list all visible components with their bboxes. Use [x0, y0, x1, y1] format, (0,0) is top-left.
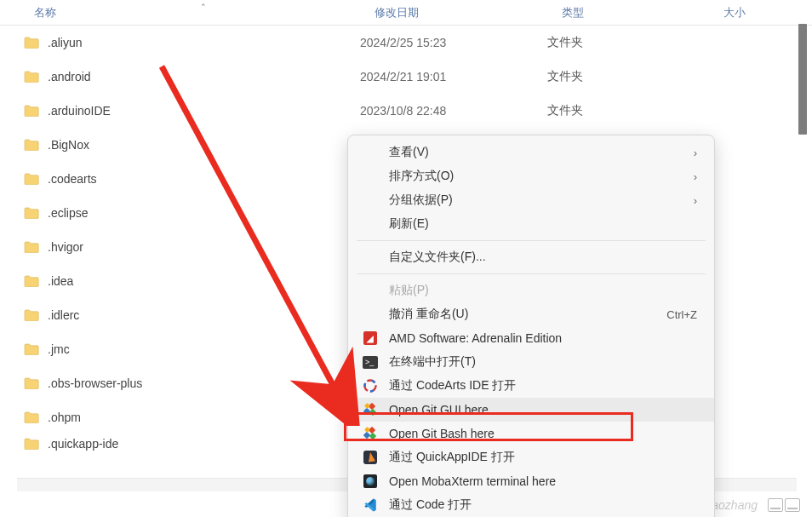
- context-menu: 查看(V) › 排序方式(O) › 分组依据(P) › 刷新(E) 自定义文件夹…: [347, 135, 715, 517]
- menu-item-undo-rename[interactable]: 撤消 重命名(U) Ctrl+Z: [348, 302, 714, 326]
- folder-icon: [24, 411, 39, 423]
- quickapp-icon: [362, 449, 379, 466]
- menu-item-open-git-bash[interactable]: Open Git Bash here: [348, 422, 714, 445]
- svg-rect-5: [364, 403, 370, 409]
- folder-icon: [24, 275, 39, 287]
- folder-icon: [24, 173, 39, 185]
- menu-item-refresh[interactable]: 刷新(E): [348, 212, 714, 236]
- svg-rect-4: [369, 409, 376, 416]
- menu-item-open-quickappide[interactable]: 通过 QuickAppIDE 打开: [348, 445, 714, 469]
- file-date: 2024/2/25 15:23: [360, 36, 547, 49]
- git-icon: [362, 425, 379, 442]
- codearts-icon: [362, 377, 379, 394]
- mobaxterm-icon: [362, 473, 379, 490]
- svg-rect-9: [364, 427, 370, 433]
- file-name: .jmc: [48, 342, 70, 356]
- menu-item-paste: 粘贴(P): [348, 279, 714, 302]
- menu-item-open-code[interactable]: 通过 Code 打开: [348, 493, 714, 517]
- file-date: 2024/2/21 19:01: [360, 70, 547, 83]
- file-name: .eclipse: [48, 206, 88, 220]
- column-header-row: 名称 ⌃ 修改日期 类型 大小: [0, 0, 812, 26]
- vscode-icon: [362, 497, 379, 514]
- file-type: 文件夹: [547, 69, 700, 84]
- scrollbar-thumb[interactable]: [798, 24, 807, 135]
- file-name: .ohpm: [48, 411, 81, 424]
- chevron-right-icon: ›: [694, 170, 697, 183]
- menu-shortcut: Ctrl+Z: [666, 308, 697, 321]
- menu-item-open-mobaxterm[interactable]: Open MobaXterm terminal here: [348, 469, 714, 493]
- folder-icon: [24, 71, 39, 83]
- folder-icon: [24, 139, 39, 151]
- terminal-icon: >_: [362, 353, 379, 371]
- file-name: .idlerc: [48, 308, 79, 322]
- file-name: .android: [48, 70, 91, 83]
- svg-rect-2: [363, 408, 370, 415]
- menu-item-open-git-gui[interactable]: Open Git GUI here: [348, 398, 714, 422]
- chevron-right-icon: ›: [694, 146, 697, 159]
- file-name: .hvigor: [48, 240, 83, 254]
- menu-item-amd-software[interactable]: ◢ AMD Software: Adrenalin Edition: [348, 326, 714, 350]
- menu-item-view[interactable]: 查看(V) ›: [348, 141, 714, 164]
- column-header-name[interactable]: 名称 ⌃: [34, 5, 375, 20]
- file-name: .codearts: [48, 172, 97, 186]
- file-row[interactable]: .android2024/2/21 19:01文件夹: [0, 60, 812, 94]
- folder-icon: [24, 37, 39, 49]
- column-header-type-label: 类型: [562, 5, 584, 20]
- menu-item-sort[interactable]: 排序方式(O) ›: [348, 164, 714, 188]
- menu-separator: [357, 273, 706, 274]
- folder-icon: [24, 438, 39, 450]
- file-name: .arduinoIDE: [48, 104, 111, 118]
- chevron-right-icon: ›: [694, 194, 697, 207]
- column-header-size[interactable]: 大小: [723, 5, 746, 20]
- view-mode-icon: [785, 498, 800, 512]
- menu-separator: [357, 240, 706, 241]
- column-header-date[interactable]: 修改日期: [375, 5, 562, 20]
- menu-item-group[interactable]: 分组依据(P) ›: [348, 188, 714, 212]
- file-explorer-pane: 名称 ⌃ 修改日期 类型 大小 .aliyun2024/2/25 15:23文件…: [0, 0, 812, 517]
- folder-icon: [24, 241, 39, 253]
- file-row[interactable]: .aliyun2024/2/25 15:23文件夹: [0, 26, 812, 60]
- git-icon: [362, 401, 379, 418]
- vertical-scrollbar[interactable]: [798, 2, 809, 493]
- file-name: .idea: [48, 274, 73, 288]
- file-name: .aliyun: [48, 36, 82, 49]
- file-row[interactable]: .arduinoIDE2023/10/8 22:48文件夹: [0, 94, 812, 128]
- view-mode-icon: [768, 498, 783, 512]
- file-name: .BigNox: [48, 138, 89, 152]
- sort-indicator-icon: ⌃: [200, 3, 207, 11]
- column-header-date-label: 修改日期: [375, 5, 419, 20]
- menu-item-open-terminal[interactable]: >_ 在终端中打开(T): [348, 350, 714, 374]
- folder-icon: [24, 343, 39, 355]
- file-name: .quickapp-ide: [48, 437, 118, 451]
- folder-icon: [24, 207, 39, 219]
- column-header-type[interactable]: 类型: [562, 5, 723, 20]
- column-header-size-label: 大小: [723, 5, 746, 20]
- folder-icon: [24, 377, 39, 389]
- folder-icon: [24, 309, 39, 321]
- file-type: 文件夹: [547, 35, 700, 50]
- menu-item-customize-folder[interactable]: 自定义文件夹(F)...: [348, 245, 714, 269]
- folder-icon: [24, 105, 39, 117]
- amd-icon: ◢: [362, 330, 379, 347]
- menu-item-open-codearts[interactable]: 通过 CodeArts IDE 打开: [348, 374, 714, 398]
- file-date: 2023/10/8 22:48: [360, 104, 547, 118]
- column-header-name-label: 名称: [34, 5, 56, 20]
- file-type: 文件夹: [547, 103, 700, 118]
- svg-rect-6: [363, 432, 370, 439]
- file-name: .obs-browser-plus: [48, 376, 142, 390]
- svg-rect-8: [369, 433, 376, 439]
